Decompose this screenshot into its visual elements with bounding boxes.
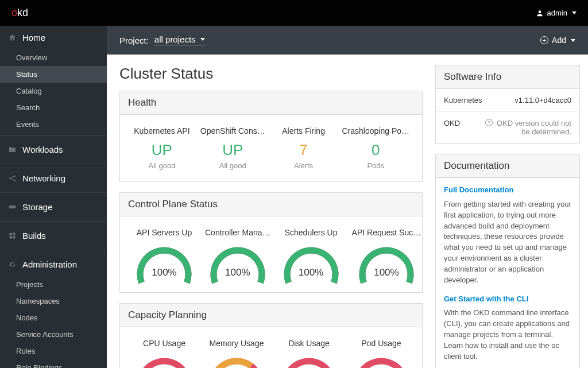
project-selector[interactable]: all projects — [154, 34, 205, 46]
gauge: 12% — [350, 354, 413, 368]
metric-value: UP — [200, 141, 265, 159]
gauge-cell: Disk Usage9% — [273, 336, 345, 368]
metric-label: Schedulers Up — [280, 228, 343, 237]
capacity-card: Capacity Planning CPU Usage22%Memory Usa… — [119, 303, 423, 368]
gauge: 100% — [133, 243, 196, 281]
info-row: Kubernetesv1.11.0+d4cacc0 — [436, 89, 579, 112]
chevron-down-icon — [572, 11, 577, 14]
nav-networking[interactable]: Networking — [0, 166, 107, 190]
gauge-cell: API Request Suc…100% — [347, 226, 426, 283]
add-button[interactable]: + Add — [540, 36, 575, 45]
storage-icon — [8, 203, 17, 211]
svg-rect-8 — [13, 236, 15, 238]
sidebar-item-overview[interactable]: Overview — [0, 49, 107, 66]
info-key: OKD — [444, 119, 460, 136]
control-plane-card: Control Plane Status API Servers Up100%C… — [119, 192, 423, 293]
metric-label: Alerts Firing — [274, 126, 333, 135]
user-name: admin — [547, 9, 567, 17]
card-title: Control Plane Status — [120, 193, 422, 216]
nav-home[interactable]: Home — [0, 26, 107, 49]
builds-icon — [8, 231, 17, 240]
topbar: okd admin — [0, 0, 588, 26]
health-card: Health Kubernetes APIUPAll goodOpenShift… — [119, 91, 423, 182]
health-cell: Crashlooping Po…0Pods — [338, 124, 415, 172]
health-cell: Kubernetes APIUPAll good — [128, 124, 196, 172]
card-title: Documentation — [436, 154, 579, 178]
gauge-cell: Controller Mana…100% — [200, 226, 275, 283]
network-icon — [8, 174, 17, 183]
gauge-cell: Schedulers Up100% — [275, 226, 347, 283]
metric-label: API Servers Up — [133, 228, 196, 237]
user-icon — [536, 9, 544, 17]
gauge: 22% — [133, 354, 196, 368]
info-row: OKD?OKD version could not be determined. — [436, 112, 579, 143]
gauge-value: 100% — [133, 267, 196, 278]
project-label: Project: — [119, 36, 149, 45]
nav-storage[interactable]: Storage — [0, 195, 107, 219]
main: Project: all projects + Add Cluster Stat… — [107, 26, 588, 368]
sidebar-item-search[interactable]: Search — [0, 99, 107, 116]
metric-label: OpenShift Cons… — [200, 126, 265, 135]
sidebar-item-projects[interactable]: Projects — [0, 276, 107, 293]
health-cell: Alerts Firing7Alerts — [270, 124, 338, 172]
gauge-value: 100% — [355, 267, 418, 278]
sidebar-item-role-bindings[interactable]: Role Bindings — [0, 359, 107, 368]
chevron-down-icon — [200, 38, 205, 41]
svg-rect-5 — [10, 233, 12, 235]
cli-link[interactable]: Get Started with the CLI — [444, 294, 571, 305]
page-title: Cluster Status — [119, 65, 423, 83]
plus-circle-icon: + — [540, 36, 548, 44]
sidebar-item-roles[interactable]: Roles — [0, 343, 107, 359]
sidebar-item-events[interactable]: Events — [0, 116, 107, 133]
user-menu[interactable]: admin — [536, 9, 577, 17]
card-title: Software Info — [436, 65, 579, 89]
nav-builds[interactable]: Builds — [0, 224, 107, 247]
metric-label: API Request Suc… — [352, 228, 421, 237]
sidebar-item-catalog[interactable]: Catalog — [0, 83, 107, 99]
metric-label: Controller Mana… — [205, 228, 270, 237]
metric-value: 7 — [274, 141, 333, 159]
full-documentation-link[interactable]: Full Documentation — [444, 185, 571, 196]
metric-label: Disk Usage — [277, 339, 341, 348]
card-title: Capacity Planning — [120, 304, 422, 327]
info-value: v1.11.0+d4cacc0 — [514, 96, 571, 104]
gauge-cell: Pod Usage12% — [345, 336, 417, 368]
gauge-cell: API Servers Up100% — [128, 226, 200, 283]
project-bar: Project: all projects + Add — [107, 26, 588, 55]
doc-text: From getting started with creating your … — [444, 199, 571, 286]
metric-sub: Pods — [342, 161, 410, 170]
info-key: Kubernetes — [444, 96, 482, 104]
metric-label: Memory Usage — [205, 339, 268, 348]
sidebar-item-status[interactable]: Status — [0, 66, 107, 83]
info-value: ?OKD version could not be determined. — [485, 119, 571, 136]
gauge: 9% — [277, 354, 341, 368]
metric-value: UP — [133, 141, 191, 159]
gauge-cell: Memory Usage67% — [200, 336, 273, 368]
metric-label: Crashlooping Po… — [342, 126, 410, 135]
sidebar-item-namespaces[interactable]: Namespaces — [0, 293, 107, 309]
health-cell: OpenShift Cons…UPAll good — [196, 124, 270, 172]
gear-icon — [8, 260, 17, 269]
gauge: 100% — [355, 243, 418, 281]
metric-label: CPU Usage — [133, 339, 196, 348]
folder-icon — [8, 145, 17, 154]
gauge-value: 100% — [206, 267, 269, 278]
gauge: 100% — [280, 243, 343, 281]
nav-workloads[interactable]: Workloads — [0, 138, 107, 161]
card-title: Health — [120, 91, 422, 115]
svg-rect-4 — [9, 206, 16, 208]
gauge-value: 100% — [280, 267, 343, 278]
software-info-card: Software Info Kubernetesv1.11.0+d4cacc0O… — [435, 65, 580, 144]
doc-text: With the OKD command line interface (CLI… — [444, 308, 571, 362]
home-icon — [8, 33, 17, 42]
sidebar-item-service-accounts[interactable]: Service Accounts — [0, 326, 107, 343]
nav-administration[interactable]: Administration — [0, 253, 107, 276]
metric-value: 0 — [342, 141, 410, 159]
documentation-card: Documentation Full Documentation From ge… — [435, 154, 580, 368]
sidebar-item-nodes[interactable]: Nodes — [0, 309, 107, 326]
sidebar: Home OverviewStatusCatalogSearchEvents W… — [0, 26, 107, 368]
logo: okd — [11, 7, 28, 19]
gauge: 67% — [205, 354, 268, 368]
question-icon[interactable]: ? — [485, 119, 493, 126]
svg-rect-7 — [10, 236, 12, 238]
